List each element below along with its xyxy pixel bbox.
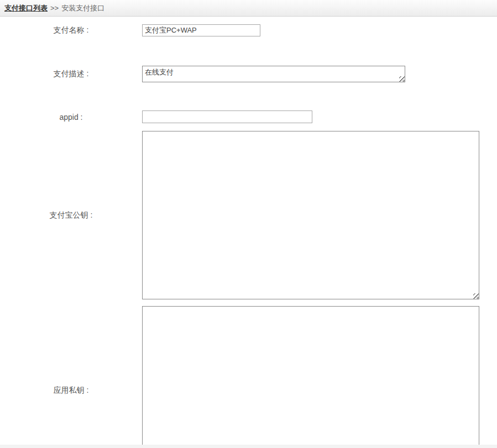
payment-description-label: 支付描述 : bbox=[0, 69, 142, 79]
breadcrumb-current-page: 安装支付接口 bbox=[61, 3, 104, 13]
payment-name-label: 支付名称 : bbox=[0, 25, 142, 35]
breadcrumb: 支付接口列表 >> 安装支付接口 bbox=[0, 0, 497, 17]
form-row-appid: appid : bbox=[0, 110, 312, 123]
breadcrumb-separator: >> bbox=[50, 4, 59, 12]
payment-name-input[interactable] bbox=[142, 24, 260, 36]
alipay-public-key-textarea[interactable] bbox=[142, 131, 479, 299]
app-private-key-label: 应用私钥 : bbox=[0, 386, 142, 396]
alipay-public-key-label: 支付宝公钥 : bbox=[0, 210, 142, 220]
horizontal-scrollbar-track[interactable] bbox=[0, 445, 497, 448]
payment-description-textarea[interactable]: 在线支付 bbox=[142, 66, 405, 82]
page: 支付接口列表 >> 安装支付接口 支付名称 : 支付描述 : 在线支付 appi… bbox=[0, 0, 497, 448]
breadcrumb-link-payment-interface-list[interactable]: 支付接口列表 bbox=[4, 3, 48, 13]
form-row-payment-description: 支付描述 : 在线支付 bbox=[0, 66, 405, 82]
form-row-payment-name: 支付名称 : bbox=[0, 24, 260, 36]
appid-label: appid : bbox=[0, 113, 142, 122]
app-private-key-textarea[interactable] bbox=[142, 306, 479, 448]
form-row-alipay-public-key: 支付宝公钥 : bbox=[0, 131, 479, 299]
form-row-app-private-key: 应用私钥 : bbox=[0, 306, 479, 448]
appid-input[interactable] bbox=[142, 110, 312, 123]
